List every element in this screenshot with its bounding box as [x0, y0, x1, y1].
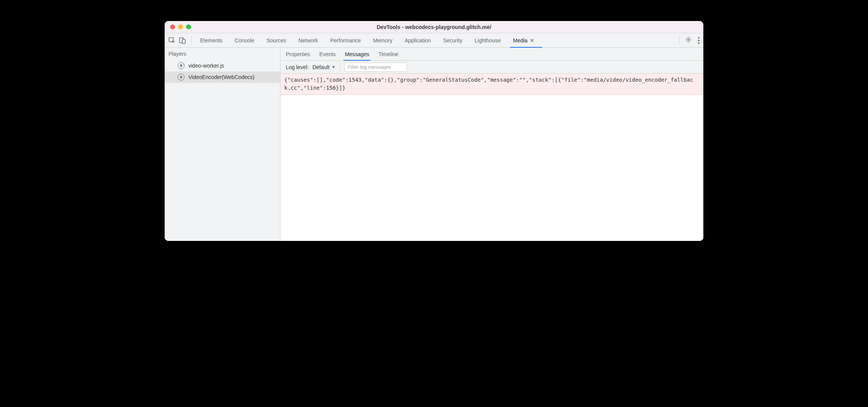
tab-label: Console [235, 37, 254, 44]
body-area: Players video-worker.js VideoEncoder(Web… [165, 48, 703, 241]
subtab-properties[interactable]: Properties [286, 48, 310, 60]
subtab-label: Properties [286, 51, 310, 57]
window-controls [165, 24, 191, 29]
tab-label: Lighthouse [474, 37, 501, 44]
chevron-down-icon: ▼ [332, 65, 335, 69]
main-toolbar: Elements Console Sources Network Perform… [165, 33, 703, 48]
player-label: VideoEncoder(WebCodecs) [188, 74, 254, 80]
player-item[interactable]: VideoEncoder(WebCodecs) [165, 71, 280, 83]
tab-sources[interactable]: Sources [267, 33, 286, 47]
svg-rect-2 [182, 39, 185, 44]
tab-application[interactable]: Application [405, 33, 431, 47]
tab-elements[interactable]: Elements [200, 33, 222, 47]
toolbar-leading-icons [168, 36, 192, 45]
tab-label: Application [405, 37, 431, 44]
tab-security[interactable]: Security [443, 33, 463, 47]
media-sub-tabs: Properties Events Messages Timeline [280, 48, 703, 61]
main-panel: Properties Events Messages Timeline Log … [280, 48, 703, 241]
tab-label: Elements [200, 37, 222, 44]
log-level-select[interactable]: Default ▼ [313, 63, 340, 71]
filter-bar: Log level: Default ▼ [280, 61, 703, 74]
log-level-label: Log level: [286, 64, 309, 70]
window-title: DevTools - webcodecs-playground.glitch.m… [165, 24, 703, 30]
message-text: {"causes":[],"code":1543,"data":{},"grou… [284, 77, 693, 91]
tab-network[interactable]: Network [298, 33, 318, 47]
fullscreen-window-button[interactable] [186, 24, 191, 29]
subtab-label: Messages [345, 51, 369, 57]
log-level-value: Default [313, 64, 329, 70]
tab-media[interactable]: Media ✕ [513, 33, 534, 47]
tab-label: Performance [330, 37, 361, 44]
subtab-events[interactable]: Events [319, 48, 336, 60]
tab-memory[interactable]: Memory [373, 33, 393, 47]
close-tab-icon[interactable]: ✕ [530, 37, 534, 44]
gear-icon[interactable] [685, 36, 692, 44]
tab-console[interactable]: Console [235, 33, 254, 47]
toolbar-trailing-icons [679, 36, 700, 45]
minimize-window-button[interactable] [178, 24, 183, 29]
player-item[interactable]: video-worker.js [165, 60, 280, 71]
play-icon [178, 62, 185, 69]
subtab-messages[interactable]: Messages [345, 48, 369, 60]
filter-log-input[interactable] [344, 63, 407, 72]
tab-label: Media [513, 37, 528, 44]
players-sidebar: Players video-worker.js VideoEncoder(Web… [165, 48, 280, 241]
messages-list: {"causes":[],"code":1543,"data":{},"grou… [280, 74, 703, 241]
device-toolbar-icon[interactable] [179, 37, 186, 44]
inspect-element-icon[interactable] [168, 37, 175, 44]
tab-label: Network [298, 37, 318, 44]
main-tabs: Elements Console Sources Network Perform… [192, 33, 679, 47]
tab-label: Sources [267, 37, 286, 44]
sidebar-header: Players [165, 48, 280, 60]
tab-lighthouse[interactable]: Lighthouse [474, 33, 501, 47]
tab-label: Memory [373, 37, 393, 44]
close-window-button[interactable] [170, 24, 175, 29]
titlebar: DevTools - webcodecs-playground.glitch.m… [165, 21, 703, 33]
more-options-icon[interactable] [698, 37, 700, 44]
svg-point-3 [688, 39, 690, 41]
subtab-label: Events [319, 51, 336, 57]
subtab-timeline[interactable]: Timeline [378, 48, 398, 60]
play-icon [178, 74, 185, 81]
message-row[interactable]: {"causes":[],"code":1543,"data":{},"grou… [280, 74, 703, 95]
subtab-label: Timeline [378, 51, 398, 57]
player-label: video-worker.js [188, 63, 224, 69]
devtools-window: DevTools - webcodecs-playground.glitch.m… [165, 21, 703, 241]
tab-label: Security [443, 37, 463, 44]
tab-performance[interactable]: Performance [330, 33, 361, 47]
